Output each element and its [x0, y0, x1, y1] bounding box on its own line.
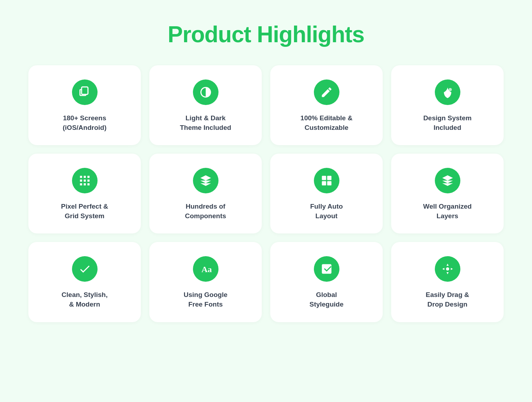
- grid-icon: [72, 168, 98, 193]
- pixel-perfect-label: Pixel Perfect &Grid System: [61, 202, 108, 221]
- design-system-icon: [435, 79, 460, 105]
- svg-rect-3: [322, 181, 326, 186]
- card-layers: Well OrganizedLayers: [391, 154, 504, 233]
- layers-label: Well OrganizedLayers: [423, 202, 472, 221]
- layers-icon: [435, 168, 460, 193]
- drag-drop-icon: [435, 256, 460, 282]
- card-pixel-perfect: Pixel Perfect &Grid System: [28, 154, 141, 233]
- card-editable: 100% Editable &Customizable: [270, 65, 383, 145]
- card-styleguide: GlobalStyleguide: [270, 242, 383, 322]
- card-theme: Light & DarkTheme Included: [149, 65, 262, 145]
- components-icon: [193, 168, 218, 193]
- page-title: Product Highlights: [168, 21, 364, 48]
- svg-rect-1: [322, 176, 326, 180]
- auto-layout-label: Fully AutoLayout: [310, 202, 343, 221]
- card-design-system: Design SystemIncluded: [391, 65, 504, 145]
- svg-rect-4: [327, 181, 331, 186]
- theme-label: Light & DarkTheme Included: [180, 114, 231, 132]
- screens-label: 180+ Screens(iOS/Android): [63, 114, 106, 132]
- card-screens: 180+ Screens(iOS/Android): [28, 65, 141, 145]
- card-stylish: Clean, Stylish,& Modern: [28, 242, 141, 322]
- card-fonts: Aa Using GoogleFree Fonts: [149, 242, 262, 322]
- card-auto-layout: Fully AutoLayout: [270, 154, 383, 233]
- styleguide-icon: [314, 256, 339, 282]
- auto-layout-icon: [314, 168, 339, 193]
- svg-point-0: [449, 88, 452, 91]
- card-drag-drop: Easily Drag &Drop Design: [391, 242, 504, 322]
- fonts-icon: Aa: [193, 256, 218, 282]
- svg-rect-2: [327, 176, 331, 180]
- components-label: Hundreds ofComponents: [185, 202, 226, 221]
- editable-label: 100% Editable &Customizable: [300, 114, 353, 132]
- styleguide-label: GlobalStyleguide: [309, 290, 343, 309]
- drag-drop-label: Easily Drag &Drop Design: [426, 290, 469, 309]
- svg-point-6: [446, 268, 449, 271]
- highlights-grid: 180+ Screens(iOS/Android) Light & DarkTh…: [28, 65, 504, 322]
- fonts-label: Using GoogleFree Fonts: [184, 290, 228, 309]
- design-system-label: Design SystemIncluded: [423, 114, 471, 132]
- editable-icon: [314, 79, 339, 105]
- theme-icon: [193, 79, 218, 105]
- stylish-icon: [72, 256, 98, 282]
- screens-icon: [72, 79, 98, 105]
- svg-text:Aa: Aa: [201, 265, 212, 274]
- stylish-label: Clean, Stylish,& Modern: [62, 290, 108, 309]
- card-components: Hundreds ofComponents: [149, 154, 262, 233]
